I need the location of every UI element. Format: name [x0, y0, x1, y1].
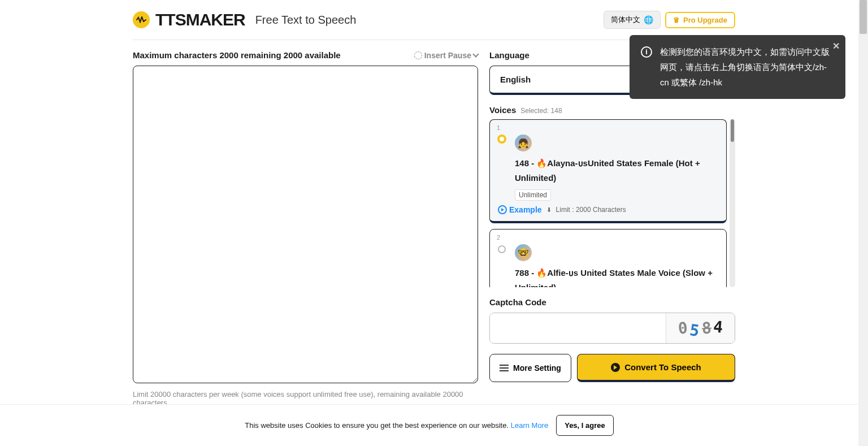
page-scrollbar[interactable] — [858, 0, 868, 407]
chevron-down-icon — [472, 51, 479, 57]
captcha-digit: 4 — [713, 317, 724, 336]
pause-icon — [414, 51, 422, 59]
insert-pause-label: Insert Pause — [424, 51, 471, 60]
voice-avatar: 👧 — [515, 135, 532, 151]
voice-title: 148 - 🔥Alayna-ᴜsUnited States Female (Ho… — [515, 156, 718, 185]
toast-text: 检测到您的语言环境为中文，如需访问中文版网页，请点击右上角切换语言为简体中文/z… — [660, 44, 834, 90]
logo[interactable]: TTSMAKER — [133, 10, 245, 29]
voice-avatar: 🤓 — [515, 244, 532, 261]
logo-text: TTSMAKER — [155, 10, 245, 29]
settings-icon — [500, 365, 509, 371]
download-icon: ⬇ — [546, 206, 552, 214]
captcha-digit: 8 — [701, 319, 712, 338]
page-scrollbar-thumb[interactable] — [860, 0, 867, 34]
voice-card[interactable]: 1 👧 148 - 🔥Alayna-ᴜsUnited States Female… — [489, 119, 727, 223]
unlimited-badge: Unlimited — [515, 189, 551, 201]
voices-section-label: Voices — [489, 105, 516, 115]
char-counter-label: Maximum characters 2000 remaining 2000 a… — [133, 50, 341, 60]
captcha-digit: 5 — [688, 321, 700, 340]
logo-icon — [133, 11, 150, 28]
language-value: English — [500, 75, 531, 84]
pro-upgrade-label: Pro Upgrade — [683, 16, 727, 24]
captcha-image[interactable]: 0 5 8 4 — [666, 313, 735, 343]
toast-close-button[interactable]: ✕ — [832, 38, 840, 55]
captcha-input[interactable] — [490, 313, 666, 343]
more-setting-button[interactable]: More Setting — [489, 354, 571, 382]
voice-scrollbar[interactable] — [730, 119, 735, 287]
captcha-row: 0 5 8 4 — [489, 313, 735, 344]
language-switch-label: 简体中文 — [611, 15, 640, 25]
example-link[interactable]: Example — [498, 205, 542, 214]
captcha-digit: 0 — [677, 318, 688, 337]
pro-upgrade-button[interactable]: ♛ Pro Upgrade — [665, 12, 735, 28]
play-icon — [498, 205, 507, 214]
convert-label: Convert To Speech — [624, 362, 701, 372]
voice-scrollbar-thumb[interactable] — [731, 119, 734, 142]
captcha-label: Captcha Code — [489, 297, 735, 307]
language-detect-toast: i 检测到您的语言环境为中文，如需访问中文版网页，请点击右上角切换语言为简体中文… — [630, 35, 845, 99]
more-setting-label: More Setting — [513, 363, 561, 373]
voice-radio[interactable] — [498, 245, 506, 253]
voice-title: 788 - 🔥Alfie-ᴜs United States Male Voice… — [515, 266, 718, 287]
play-fill-icon — [611, 363, 620, 372]
voice-limit: Limit : 2000 Characters — [556, 206, 626, 214]
voices-selected-count: Selected: 148 — [520, 107, 562, 115]
translate-icon: 🌐 — [644, 15, 653, 24]
text-input[interactable] — [133, 66, 478, 383]
voice-list: 1 👧 148 - 🔥Alayna-ᴜsUnited States Female… — [489, 119, 735, 287]
diamond-icon: ♛ — [673, 16, 680, 24]
voice-index: 1 — [497, 124, 500, 131]
convert-button[interactable]: Convert To Speech — [577, 354, 735, 382]
example-label: Example — [509, 205, 542, 214]
language-switch-button[interactable]: 简体中文 🌐 — [604, 11, 661, 29]
voice-card[interactable]: 2 🤓 788 - 🔥Alfie-ᴜs United States Male V… — [489, 229, 727, 287]
insert-pause-button[interactable]: Insert Pause — [414, 51, 478, 60]
cookie-banner: This website uses Cookies to ensure you … — [0, 404, 858, 407]
voice-index: 2 — [497, 234, 500, 241]
voice-radio[interactable] — [497, 135, 506, 144]
tagline: Free Text to Speech — [255, 14, 357, 27]
header: TTSMAKER Free Text to Speech 简体中文 🌐 ♛ Pr… — [133, 0, 735, 40]
info-icon: i — [641, 46, 652, 58]
